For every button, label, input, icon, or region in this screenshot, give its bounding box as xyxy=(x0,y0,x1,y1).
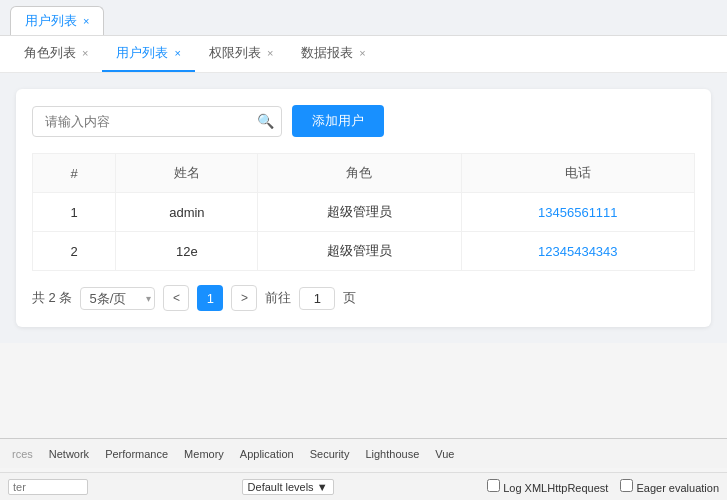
table-body: 1 admin 超级管理员 13456561111 2 12e 超级管理员 12… xyxy=(33,193,695,271)
log-xhr-label[interactable]: Log XMLHttpRequest xyxy=(487,479,608,494)
cell-id: 2 xyxy=(33,232,116,271)
page-size-wrapper: 5条/页 10条/页 20条/页 xyxy=(80,287,155,310)
pagination: 共 2 条 5条/页 10条/页 20条/页 < 1 > 前往 页 xyxy=(32,285,695,311)
search-button[interactable]: 🔍 xyxy=(257,113,274,129)
default-levels-dropdown[interactable]: Default levels ▼ xyxy=(242,479,334,495)
log-xhr-checkbox[interactable] xyxy=(487,479,500,492)
search-input[interactable] xyxy=(32,106,282,137)
content-card: 🔍 添加用户 # 姓名 角色 电话 1 admin 超级管理员 13456561… xyxy=(16,89,711,327)
log-xhr-text: Log XMLHttpRequest xyxy=(503,482,608,494)
goto-label: 前往 xyxy=(265,289,291,307)
sub-tab-role-label: 角色列表 xyxy=(24,44,76,62)
sub-tab-data-label: 数据报表 xyxy=(301,44,353,62)
devtools-right-panel: Log XMLHttpRequest Eager evaluation xyxy=(487,479,719,494)
devtools-tab-security[interactable]: Security xyxy=(302,444,358,464)
cell-phone: 12345434343 xyxy=(461,232,694,271)
sub-tab-bar: 角色列表 × 用户列表 × 权限列表 × 数据报表 × xyxy=(0,36,727,73)
cell-role: 超级管理员 xyxy=(258,232,461,271)
page-prev-button[interactable]: < xyxy=(163,285,189,311)
eager-eval-checkbox[interactable] xyxy=(620,479,633,492)
table-row: 2 12e 超级管理员 12345434343 xyxy=(33,232,695,271)
page-size-select[interactable]: 5条/页 10条/页 20条/页 xyxy=(80,287,155,310)
devtools-tab-sources[interactable]: rces xyxy=(4,444,41,464)
cell-name: admin xyxy=(116,193,258,232)
sub-tab-perm-label: 权限列表 xyxy=(209,44,261,62)
sub-tab-data-report[interactable]: 数据报表 × xyxy=(287,36,379,72)
devtools-tab-memory[interactable]: Memory xyxy=(176,444,232,464)
cell-role: 超级管理员 xyxy=(258,193,461,232)
total-label: 共 2 条 xyxy=(32,289,72,307)
search-bar: 🔍 添加用户 xyxy=(32,105,695,137)
top-tab-label: 用户列表 xyxy=(25,12,77,30)
eager-eval-text: Eager evaluation xyxy=(636,482,719,494)
search-icon: 🔍 xyxy=(257,113,274,129)
default-levels-label: Default levels ▼ xyxy=(248,481,328,493)
main-content: 🔍 添加用户 # 姓名 角色 电话 1 admin 超级管理员 13456561… xyxy=(0,73,727,343)
table-header: # 姓名 角色 电话 xyxy=(33,154,695,193)
top-tab-user-list[interactable]: 用户列表 × xyxy=(10,6,104,35)
cell-phone: 13456561111 xyxy=(461,193,694,232)
devtools-tab-lighthouse[interactable]: Lighthouse xyxy=(357,444,427,464)
devtools-tab-application[interactable]: Application xyxy=(232,444,302,464)
user-table: # 姓名 角色 电话 1 admin 超级管理员 13456561111 2 1… xyxy=(32,153,695,271)
add-user-button[interactable]: 添加用户 xyxy=(292,105,384,137)
goto-input[interactable] xyxy=(299,287,335,310)
sub-tab-data-close-icon[interactable]: × xyxy=(359,47,365,59)
page-current: 1 xyxy=(197,285,223,311)
search-input-wrap: 🔍 xyxy=(32,106,282,137)
top-tab-bar: 用户列表 × xyxy=(0,0,727,36)
devtools-filter-input[interactable] xyxy=(8,479,88,495)
page-next-button[interactable]: > xyxy=(231,285,257,311)
devtools-tab-network[interactable]: Network xyxy=(41,444,97,464)
sub-tab-user-label: 用户列表 xyxy=(116,44,168,62)
sub-tab-user-list[interactable]: 用户列表 × xyxy=(102,36,194,72)
devtools-tab-bar: rces Network Performance Memory Applicat… xyxy=(0,438,727,468)
devtools-tab-vue[interactable]: Vue xyxy=(427,444,462,464)
sub-tab-user-close-icon[interactable]: × xyxy=(174,47,180,59)
table-header-row: # 姓名 角色 电话 xyxy=(33,154,695,193)
page-unit: 页 xyxy=(343,289,356,307)
cell-id: 1 xyxy=(33,193,116,232)
eager-eval-label[interactable]: Eager evaluation xyxy=(620,479,719,494)
sub-tab-role-list[interactable]: 角色列表 × xyxy=(10,36,102,72)
table-row: 1 admin 超级管理员 13456561111 xyxy=(33,193,695,232)
col-name: 姓名 xyxy=(116,154,258,193)
sub-tab-perm-list[interactable]: 权限列表 × xyxy=(195,36,287,72)
col-phone: 电话 xyxy=(461,154,694,193)
col-role: 角色 xyxy=(258,154,461,193)
devtools-filter-bar: Default levels ▼ Log XMLHttpRequest Eage… xyxy=(0,472,727,500)
col-id: # xyxy=(33,154,116,193)
sub-tab-role-close-icon[interactable]: × xyxy=(82,47,88,59)
cell-name: 12e xyxy=(116,232,258,271)
sub-tab-perm-close-icon[interactable]: × xyxy=(267,47,273,59)
devtools-tab-performance[interactable]: Performance xyxy=(97,444,176,464)
top-tab-close-icon[interactable]: × xyxy=(83,16,89,27)
